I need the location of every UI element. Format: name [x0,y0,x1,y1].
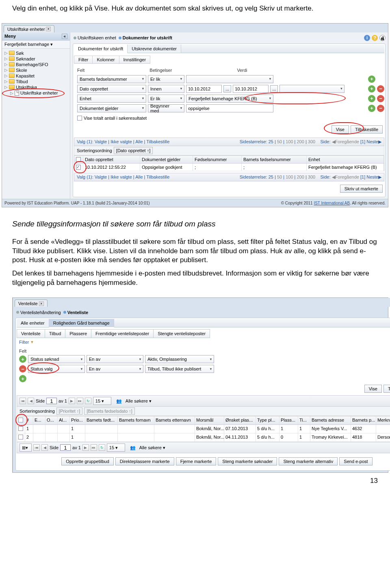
window-tab[interactable]: Venteliste × [15,299,48,307]
tree-item[interactable]: ▷Skole [3,67,69,73]
remove-filter-button[interactable]: − [377,95,384,102]
column-header[interactable]: O... [46,416,58,424]
add-filter-button[interactable]: + [368,75,375,83]
subtab-stengte[interactable]: Stengte ventelisteposter [153,329,210,338]
column-header[interactable]: Barnets født... [85,416,118,424]
column-header[interactable]: Barnets p... [351,416,376,424]
table-row[interactable]: 11Bokmål, Nor...07.10.20135 d/u h...11Ny… [17,425,390,433]
print-icon[interactable]: 🖨 [379,35,386,41]
vise-button[interactable]: Vise [332,125,349,134]
column-header[interactable]: E... [33,416,46,424]
action-button[interactable]: Fjerne markerte [176,457,217,465]
column-header[interactable]: Merknad [376,416,390,424]
sokere-select[interactable]: Alle søkere ▾ [124,397,160,405]
felt-select[interactable]: Dokumentet gjelder▼ [77,104,146,112]
tab-dokumenter[interactable]: Dokumenter for utskrift [74,45,128,53]
tree-item[interactable]: ▷Søk [3,50,69,56]
column-header[interactable]: Morsmål [195,416,224,424]
subtab-tilbud[interactable]: Tilbud [45,329,66,338]
table-row[interactable]: 10.10.2012 12:55:22 Oppsigelse godkjent … [74,164,384,171]
select-all-checkbox[interactable] [18,418,23,422]
add-filter-button[interactable]: + [19,355,26,363]
column-header[interactable]: # [25,416,33,424]
subtab-fremtidige[interactable]: Fremtidige ventelisteposter [91,329,154,338]
table-row[interactable]: 21Bokmål, Nor...04.11.20135 d/u h...01Tr… [17,433,390,442]
close-icon[interactable]: × [46,27,51,31]
column-header[interactable]: Type pl... [256,416,280,424]
tilbakestille-button[interactable]: Tilbakestille [384,385,390,393]
felt-select[interactable]: Status valg▼ [28,365,85,373]
add-filter-button[interactable]: + [368,105,375,112]
sort-chip[interactable]: [Dato opprettet ↑] [114,147,153,154]
value-select[interactable]: Fergefjellet barnehage KFERG (B)▼ [186,95,273,103]
tree-item[interactable]: ▷Utskriftskø [3,84,69,90]
calendar-icon[interactable]: ... [270,85,278,93]
action-button[interactable]: Steng markerte alternativ [279,457,338,465]
total-checkbox[interactable] [77,116,82,121]
refresh-button[interactable]: ↻ [85,398,91,404]
tab-alle-enheter[interactable]: Alle enheter [17,319,49,327]
tree-item[interactable]: ▷Barnehage/SFO [3,62,69,67]
felt-select[interactable]: Barnets fødselsnummer▼ [77,75,146,83]
row-checkbox[interactable] [76,165,81,170]
column-header[interactable]: Barnets adresse [310,416,351,424]
collapse-sidebar-button[interactable]: « [62,34,67,39]
date-to-input[interactable] [233,85,269,93]
tab-roligheden[interactable]: Roligheden Gård barnehage [49,319,114,327]
skriv-ut-markerte-button[interactable]: Skriv ut markerte [340,185,383,193]
unit-selector[interactable]: Fergefjellet barnehage ▾ [2,41,70,49]
subtab-innstillinger[interactable]: Innstillinger [119,56,151,64]
value-select[interactable]: Aktiv, Omplassering▼ [145,355,214,363]
vise-button[interactable]: Vise [364,385,382,393]
remove-filter-button[interactable]: − [377,105,384,112]
tree-item[interactable]: ▷Tilbud [3,79,69,84]
first-page-button[interactable]: ⏮ [20,398,26,404]
remove-filter-button[interactable]: − [377,85,384,93]
select-all-checkbox[interactable] [76,157,81,162]
last-page-button[interactable]: ⏭ [77,398,83,404]
prev-page-button[interactable]: ◀ [28,398,34,404]
page-size-select[interactable]: 15 ▾ [93,397,111,405]
column-header[interactable] [17,416,25,424]
help-icon[interactable]: ? [372,35,378,41]
betingelse-select[interactable]: Er lik▼ [148,95,184,103]
tilbakestille-button[interactable]: Tilbakestille [351,125,383,134]
value-input[interactable] [186,104,273,112]
tree-item[interactable]: ▷Søknader [3,56,69,62]
add-filter-button[interactable]: + [19,375,26,382]
value-select[interactable]: Tilbud, Tilbud ikke publisert▼ [145,365,214,373]
subtab-venteliste[interactable]: Venteliste [17,329,45,338]
column-header[interactable]: Ønsket plas... [224,416,256,424]
felt-select[interactable]: Status søknad▼ [28,355,85,363]
subtab-filter[interactable]: Filter [74,56,93,64]
column-header[interactable]: Barnets fornavn [118,416,154,424]
betingelse-select[interactable]: Begynner med▼ [148,104,184,112]
page-input[interactable] [46,398,57,404]
column-header[interactable]: Prio... [70,416,85,424]
close-icon[interactable]: × [39,302,44,306]
betingelse-select[interactable]: Innen▼ [148,85,184,93]
column-header[interactable]: Al... [58,416,70,424]
calendar-icon[interactable]: ... [223,85,231,93]
filter-toggle[interactable]: Filter▼ [17,338,390,346]
tab-utskrevne[interactable]: Utskrevne dokumenter [128,45,181,53]
felt-select[interactable]: Enhet▼ [77,95,146,103]
op-select[interactable]: En av▼ [87,365,143,373]
felt-select[interactable]: Dato opprettet▼ [77,85,146,93]
value-select[interactable]: ▼ [186,75,273,83]
subtab-kolonner[interactable]: Kolonner [92,56,119,64]
column-header[interactable]: Barnets etternavn [154,416,195,424]
row-checkbox[interactable] [18,435,23,439]
add-filter-button[interactable]: + [368,85,375,93]
add-filter-button[interactable]: + [368,95,375,102]
betingelse-select[interactable]: Er lik▼ [148,75,184,83]
remove-filter-button[interactable]: − [19,365,26,373]
op-select[interactable]: En av▼ [87,355,143,363]
export-select[interactable]: ⊞▾ [20,444,32,452]
tree-item[interactable]: ▷Kapasitet [3,73,69,79]
column-header[interactable]: Ti... [298,416,310,424]
info-icon[interactable]: i [364,35,370,41]
action-button[interactable]: Send e-post [339,457,372,465]
action-button[interactable]: Opprette gruppetilbud [61,457,113,465]
action-button[interactable]: Direkteplassere markerte [115,457,174,465]
